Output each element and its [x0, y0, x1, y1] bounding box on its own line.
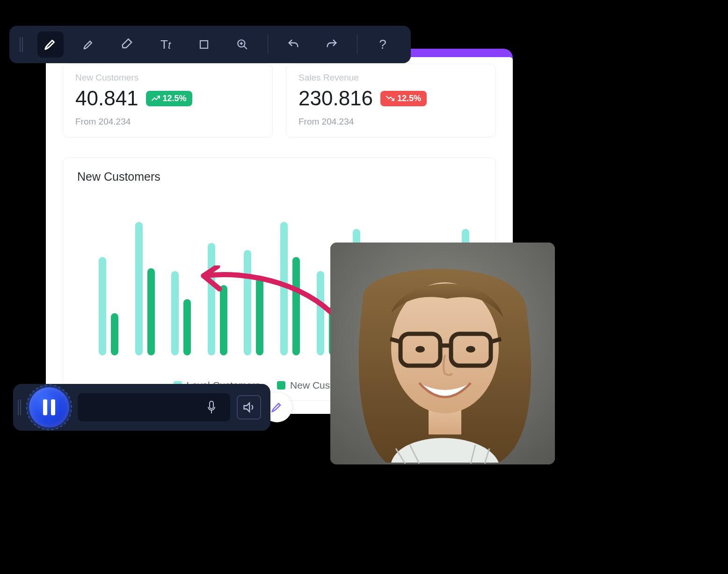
drag-handle[interactable] — [20, 37, 23, 52]
speaker-button[interactable] — [237, 395, 261, 419]
pause-button[interactable] — [29, 387, 69, 427]
drag-handle[interactable] — [18, 399, 22, 415]
bar-new — [220, 285, 227, 355]
bar-loyal — [244, 250, 251, 355]
toolbar-divider — [268, 35, 268, 54]
trend-value: 12.5% — [163, 94, 187, 103]
pen-icon — [44, 37, 58, 52]
rectangle-icon — [198, 39, 210, 50]
bar-loyal — [317, 271, 324, 355]
eraser-tool-button[interactable] — [114, 31, 140, 58]
text-tool-button[interactable]: Tt — [153, 31, 179, 58]
highlighter-icon — [82, 38, 95, 51]
card-from: From 204.234 — [298, 117, 483, 127]
bar-loyal — [171, 271, 179, 355]
bar-group — [280, 222, 300, 355]
undo-button[interactable] — [280, 31, 306, 58]
annotation-toolbar: Tt ? — [9, 26, 411, 63]
svg-marker-7 — [244, 403, 250, 412]
trend-up-icon — [152, 96, 160, 101]
highlighter-tool-button[interactable] — [76, 31, 102, 58]
bar-new — [147, 268, 155, 355]
bar-group — [135, 222, 155, 355]
card-from: From 204.234 — [75, 117, 260, 127]
bar-loyal — [280, 222, 288, 355]
bar-new — [292, 257, 300, 355]
text-icon: Tt — [160, 37, 171, 52]
trend-value: 12.5% — [397, 94, 421, 103]
pen-tool-button[interactable] — [37, 31, 64, 58]
svg-point-13 — [415, 346, 425, 353]
redo-button[interactable] — [319, 31, 345, 58]
webcam-overlay[interactable] — [330, 243, 555, 464]
bar-group — [208, 243, 227, 355]
bar-new — [111, 313, 118, 355]
svg-point-14 — [466, 346, 475, 353]
audio-level-display — [78, 393, 230, 421]
redo-icon — [325, 38, 338, 51]
card-value: 230.816 — [298, 87, 373, 110]
trend-badge-up: 12.5% — [146, 91, 192, 106]
legend-swatch — [277, 381, 285, 390]
eraser-icon — [121, 38, 134, 51]
undo-icon — [287, 38, 300, 51]
card-value: 40.841 — [75, 87, 138, 110]
bar-loyal — [99, 257, 106, 355]
pause-icon — [43, 399, 55, 415]
recording-bar — [13, 384, 270, 431]
bar-group — [99, 257, 118, 355]
mic-button[interactable] — [199, 395, 224, 419]
bar-group — [244, 250, 263, 355]
bar-new — [183, 299, 191, 355]
bar-group — [171, 271, 191, 355]
help-button[interactable]: ? — [370, 31, 396, 58]
bar-loyal — [135, 222, 143, 355]
chart-title: New Customers — [77, 170, 481, 184]
svg-line-2 — [244, 46, 247, 49]
help-icon: ? — [379, 37, 386, 52]
new-customers-card: New Customers 40.841 12.5% From 204.234 — [63, 64, 273, 138]
speaker-icon — [242, 401, 255, 414]
zoom-tool-button[interactable] — [229, 31, 255, 58]
toolbar-divider — [357, 35, 357, 54]
card-label: New Customers — [75, 73, 260, 83]
webcam-portrait — [330, 243, 555, 464]
trend-badge-down: 12.5% — [380, 91, 427, 106]
bar-new — [256, 278, 263, 355]
microphone-icon — [206, 400, 217, 414]
sales-revenue-card: Sales Revenue 230.816 12.5% From 204.234 — [286, 64, 496, 138]
card-label: Sales Revenue — [298, 73, 483, 83]
svg-rect-5 — [210, 401, 213, 409]
pen-icon — [270, 401, 284, 414]
bar-loyal — [208, 243, 215, 355]
svg-rect-0 — [200, 41, 208, 48]
trend-down-icon — [386, 96, 394, 101]
shape-tool-button[interactable] — [191, 31, 217, 58]
zoom-in-icon — [236, 38, 248, 51]
